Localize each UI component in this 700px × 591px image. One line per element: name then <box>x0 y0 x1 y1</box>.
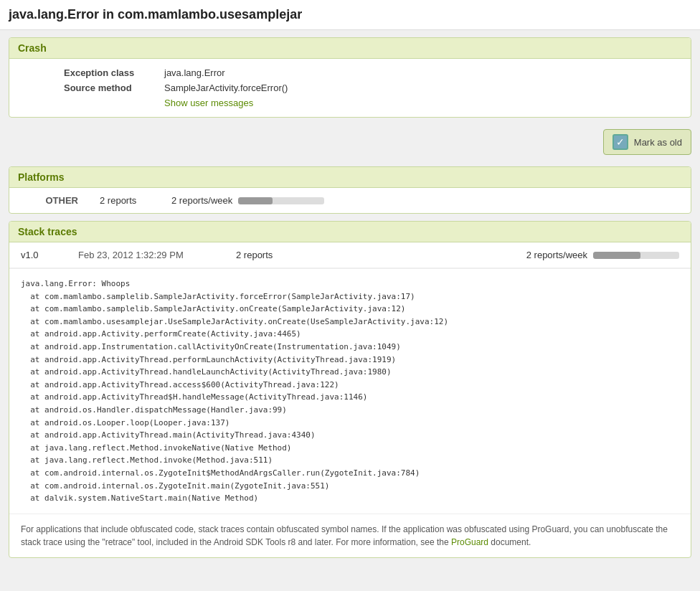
platform-rate: 2 reports/week <box>171 195 324 206</box>
source-method-label: Source method <box>64 82 164 93</box>
crash-card: Crash Exception class java.lang.Error So… <box>9 37 691 118</box>
mark-old-button[interactable]: ✓ Mark as old <box>603 129 691 155</box>
mark-old-label: Mark as old <box>634 137 682 148</box>
stack-progress-bar <box>593 252 679 259</box>
platform-progress-bar <box>238 197 324 204</box>
crash-info-table: Exception class java.lang.Error Source m… <box>64 67 679 93</box>
platform-name: OTHER <box>21 195 78 206</box>
stack-trace-row: v1.0 Feb 23, 2012 1:32:29 PM 2 reports 2… <box>9 242 691 268</box>
source-method-row: Source method SampleJarActivity.forceErr… <box>64 82 679 93</box>
platforms-card-header: Platforms <box>9 167 691 188</box>
stack-footer-note: For applications that include obfuscated… <box>9 514 691 557</box>
show-user-messages-link[interactable]: Show user messages <box>164 98 679 108</box>
stack-date: Feb 23, 2012 1:32:29 PM <box>78 250 222 260</box>
stack-trace-code: java.lang.Error: Whoops at com.mamlambo.… <box>9 268 691 514</box>
mark-old-checkbox-icon: ✓ <box>612 134 628 150</box>
stack-traces-card: Stack traces v1.0 Feb 23, 2012 1:32:29 P… <box>9 221 691 558</box>
platforms-card: Platforms OTHER 2 reports 2 reports/week <box>9 166 691 214</box>
source-method-value: SampleJarActivity.forceError() <box>164 82 288 93</box>
crash-card-body: Exception class java.lang.Error Source m… <box>9 59 691 117</box>
footer-note-end: document. <box>491 537 531 547</box>
stack-progress-fill <box>593 252 640 259</box>
stack-traces-card-header: Stack traces <box>9 222 691 242</box>
platform-progress-fill <box>238 197 273 204</box>
stack-reports: 2 reports <box>236 250 512 260</box>
exception-class-value: java.lang.Error <box>164 67 225 78</box>
page-title: java.lang.Error in com.mamlambo.usesampl… <box>0 0 700 30</box>
platforms-row: OTHER 2 reports 2 reports/week <box>9 188 691 213</box>
platform-reports: 2 reports <box>100 195 157 206</box>
mark-old-area: ✓ Mark as old <box>9 125 691 159</box>
stack-rate: 2 reports/week <box>526 250 679 260</box>
proguard-link[interactable]: ProGuard <box>451 537 488 547</box>
platform-rate-label: 2 reports/week <box>171 195 232 206</box>
exception-class-label: Exception class <box>64 67 164 78</box>
exception-class-row: Exception class java.lang.Error <box>64 67 679 78</box>
stack-version: v1.0 <box>21 250 64 260</box>
crash-card-header: Crash <box>9 38 691 59</box>
footer-note-text: For applications that include obfuscated… <box>21 524 668 547</box>
stack-rate-label: 2 reports/week <box>526 250 587 260</box>
